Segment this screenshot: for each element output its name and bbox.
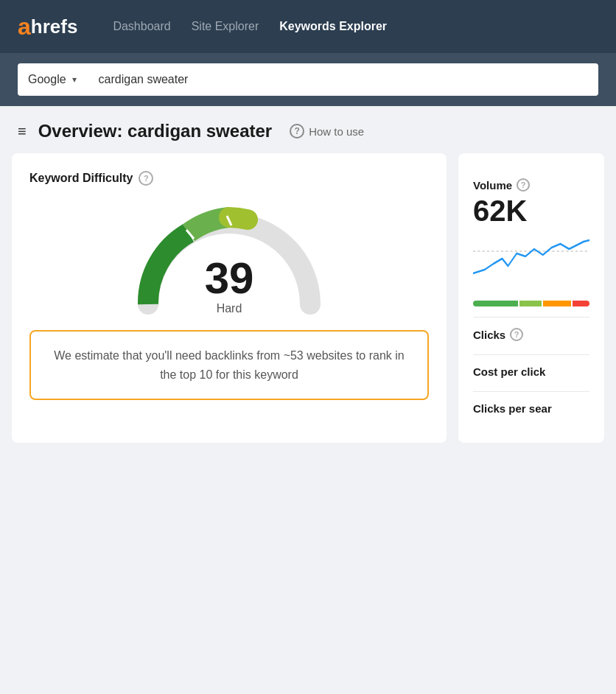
search-bar: Google ▾ xyxy=(0,53,616,106)
gauge-container: 39 Hard xyxy=(29,197,429,315)
logo: a hrefs xyxy=(18,15,77,38)
volume-label-row: Volume ? xyxy=(473,178,589,192)
nav-links: Dashboard Site Explorer Keywords Explore… xyxy=(113,14,387,39)
color-bar-orange xyxy=(543,301,571,306)
gauge-score: 39 xyxy=(205,256,254,301)
kd-section-title: Keyword Difficulty ? xyxy=(29,171,429,186)
search-engine-label: Google xyxy=(28,73,66,86)
gauge-svg-wrapper: 39 Hard xyxy=(126,197,332,315)
hamburger-icon[interactable]: ≡ xyxy=(18,124,27,139)
right-panel-card: Volume ? 62K xyxy=(458,153,604,443)
clicks-help-icon[interactable]: ? xyxy=(510,328,523,341)
nav-site-explorer[interactable]: Site Explorer xyxy=(192,14,259,39)
kd-title-text: Keyword Difficulty xyxy=(29,172,133,185)
gauge-rating: Hard xyxy=(217,302,242,315)
sparkline-area xyxy=(473,233,589,292)
nav-dashboard[interactable]: Dashboard xyxy=(113,14,170,39)
sparkline-svg xyxy=(473,233,589,292)
nav-bar: a hrefs Dashboard Site Explorer Keywords… xyxy=(0,0,616,53)
logo-hrefs-text: hrefs xyxy=(31,17,78,36)
how-to-use-button[interactable]: ? How to use xyxy=(290,124,364,139)
volume-help-icon[interactable]: ? xyxy=(517,178,530,192)
main-content: Keyword Difficulty ? xyxy=(0,153,616,460)
color-bar xyxy=(473,301,589,306)
volume-section: Volume ? 62K xyxy=(473,168,589,318)
search-engine-dropdown[interactable]: Google ▾ xyxy=(18,63,87,96)
nav-keywords-explorer[interactable]: Keywords Explorer xyxy=(279,14,387,39)
volume-label-text: Volume xyxy=(473,179,512,192)
estimate-box: We estimate that you'll need backlinks f… xyxy=(29,330,429,400)
clicks-label-row: Clicks ? xyxy=(473,328,589,341)
page-title: Overview: cardigan sweater xyxy=(38,121,272,141)
chevron-down-icon: ▾ xyxy=(72,74,77,85)
kd-help-icon[interactable]: ? xyxy=(139,171,153,186)
keyword-difficulty-card: Keyword Difficulty ? xyxy=(12,153,447,443)
keyword-search-input[interactable] xyxy=(87,63,598,96)
cost-per-click-label-text: Cost per click xyxy=(473,365,545,378)
cost-per-click-section: Cost per click xyxy=(473,355,589,392)
clicks-per-search-section: Clicks per sear xyxy=(473,392,589,428)
color-bar-green xyxy=(473,301,518,306)
how-to-use-label: How to use xyxy=(309,125,364,138)
estimate-text: We estimate that you'll need backlinks f… xyxy=(49,346,410,384)
volume-value: 62K xyxy=(473,194,589,227)
clicks-per-search-label-row: Clicks per sear xyxy=(473,402,589,415)
clicks-per-search-label-text: Clicks per sear xyxy=(473,402,552,415)
page-header: ≡ Overview: cardigan sweater ? How to us… xyxy=(0,106,616,153)
cost-per-click-label-row: Cost per click xyxy=(473,365,589,378)
logo-a-letter: a xyxy=(18,15,31,38)
clicks-section: Clicks ? xyxy=(473,318,589,355)
color-bar-light-green xyxy=(519,301,542,306)
clicks-label-text: Clicks xyxy=(473,329,505,341)
color-bar-red xyxy=(573,301,589,306)
question-icon: ? xyxy=(290,124,304,139)
